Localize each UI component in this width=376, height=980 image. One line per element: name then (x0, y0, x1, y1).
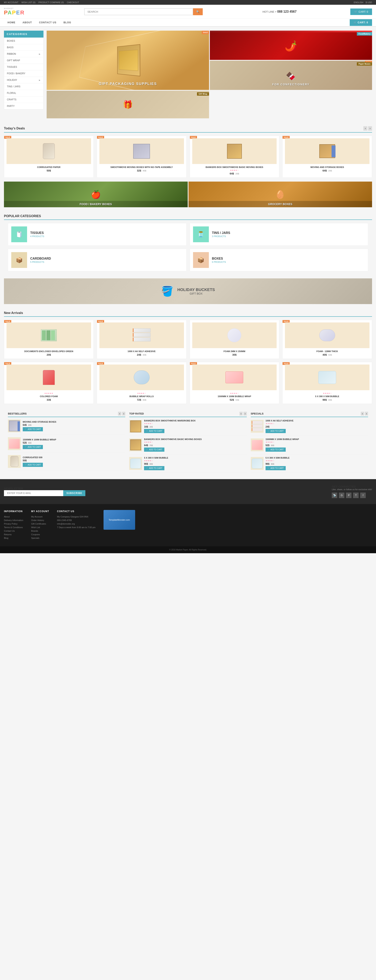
deals-next-button[interactable]: › (368, 126, 372, 130)
wish-list-link[interactable]: WISH LIST (0) (21, 1, 35, 3)
product-foam-2mm: FOAM 2MM X 250MM 30$ (190, 320, 279, 359)
product-price: 72$ 80$ (99, 398, 184, 401)
nav-blog[interactable]: BLOG (60, 19, 75, 26)
footer-giftcert-link[interactable]: Gift Certificates (31, 523, 49, 525)
search-input[interactable] (84, 8, 193, 15)
moving-box-image (133, 144, 150, 159)
footer-returns-link[interactable]: Returns (4, 533, 23, 536)
my-account-link[interactable]: MY ACCOUNT (4, 1, 18, 3)
subscribe-button[interactable]: SUBSCRIBE (63, 490, 85, 496)
add-to-cart-button[interactable]: ADD TO CART (266, 429, 286, 433)
a6-adhesive-image (252, 421, 263, 432)
popular-categories-header: POPULAR CATEGORIES (4, 215, 372, 220)
search-button[interactable] (193, 8, 203, 15)
sidebar-item-boxes[interactable]: BOXES (4, 38, 43, 44)
footer-delivery-link[interactable]: Delivery Information (4, 519, 23, 522)
boxes-info: BOXES 6 PRODUCTS (212, 257, 226, 263)
bestsellers-prev[interactable]: ‹ (118, 412, 121, 415)
language-selector[interactable]: ENGLISH (354, 1, 363, 3)
product-compare-link[interactable]: PRODUCT COMPARE (0) (38, 1, 64, 3)
add-to-cart-button[interactable]: ADD TO CART (144, 429, 164, 433)
footer-orderhistory-link[interactable]: Order History (31, 519, 49, 522)
sidebar: CATEGORIES BOXES BAGS RIBBON ▶ GIFT WRAP… (4, 31, 43, 118)
sidebar-item-crafts[interactable]: CRAFTS (4, 96, 43, 103)
promo-grocery-banner[interactable]: 🥚 GROCERY BOXES (188, 181, 372, 207)
add-to-cart-button[interactable]: ADD TO CART (23, 445, 43, 449)
add-to-cart-button[interactable]: ADD TO CART (144, 466, 164, 470)
cardboard-info: CARDBOARD 5 PRODUCTS (30, 257, 51, 263)
main-area: GIFT PACKAGING SUPPLIES SALE 🌶️ Food/Bak… (47, 31, 372, 118)
nav-home[interactable]: HOME (4, 19, 19, 26)
holiday-arrow: ▶ (39, 79, 40, 81)
footer-myaccount-link[interactable]: My Account (31, 515, 49, 518)
newsletter-right: GET CONNECTED Like, share, or follow us … (332, 485, 372, 498)
nav-cart[interactable]: 🛒 CART: 0 (350, 19, 372, 26)
facebook-icon[interactable]: f (360, 493, 366, 498)
tins-info: TINS / JARS 3 PRODUCTS (212, 231, 230, 237)
product-stars: ★★★★☆ (144, 422, 247, 425)
sidebar-item-food[interactable]: FOOD / BAKERY (4, 70, 43, 77)
mini-product-name: 5 X 300 X 50M BUBBLE (144, 457, 247, 459)
category-boxes[interactable]: 📦 BOXES 6 PRODUCTS (190, 249, 368, 271)
footer-account-title: MY ACCOUNT (31, 510, 49, 513)
footer-terms-link[interactable]: Terms & Conditions (4, 526, 23, 528)
footer-specials-link[interactable]: Specials (31, 537, 49, 539)
sidebar-item-floral[interactable]: FLORAL (4, 90, 43, 96)
footer-brands-link[interactable]: Brands (31, 530, 49, 532)
add-to-cart-button[interactable]: ADD TO CART (266, 466, 286, 470)
sidebar-item-tins[interactable]: TINS / JARS (4, 83, 43, 90)
footer-contact-link[interactable]: Contact Us (4, 530, 23, 532)
footer-contact-title: CONTACT US (57, 510, 96, 513)
logo[interactable]: MARKET PAPER (4, 8, 24, 16)
cart-button[interactable]: 🛒 CART: 0 (351, 8, 372, 15)
categories-grid: 🧻 TISSUES 4 PRODUCTS 🫙 TINS / JARS 3 PRO… (4, 223, 372, 271)
newsletter-email-input[interactable] (4, 490, 63, 496)
checkout-link[interactable]: CHECKOUT (67, 1, 79, 3)
sidebar-item-party[interactable]: PARTY (4, 103, 43, 110)
sidebar-item-ribbon[interactable]: RIBBON ▶ (4, 51, 43, 57)
wardrobe-box-image (130, 420, 141, 432)
holiday-banner[interactable]: 🪣 HOLIDAY BUCKETS GIFT BOX (4, 278, 372, 304)
promo-food-banner[interactable]: 🍎 FOOD / BAKERY BOXES (4, 181, 188, 207)
add-to-cart-button[interactable]: ADD TO CART (23, 463, 43, 467)
footer-privacy-link[interactable]: Privacy Policy (4, 523, 23, 525)
confectionery-text: FOR CONFECTIONERY (210, 83, 372, 86)
foam-thick-image (319, 329, 335, 341)
sidebar-item-bags[interactable]: BAGS (4, 44, 43, 51)
top-rated-prev[interactable]: ‹ (239, 412, 243, 415)
rss-icon[interactable]: 📡 (332, 493, 337, 498)
nav-about[interactable]: ABOUT (19, 19, 35, 26)
sidebar-item-tissues[interactable]: TISSUES (4, 64, 43, 70)
sidebar-item-giftwrap[interactable]: GIFT WRAP (4, 57, 43, 64)
add-to-cart-button[interactable]: ADD TO CART (266, 447, 286, 452)
sidebar-item-holiday[interactable]: HOLIDAY ▶ (4, 77, 43, 83)
top-rated-next[interactable]: › (244, 412, 247, 415)
bestsellers-next[interactable]: › (122, 412, 125, 415)
twitter-icon[interactable]: T (353, 493, 358, 498)
add-to-cart-button[interactable]: ADD TO CART (23, 427, 43, 431)
product-stars: ★★★★☆ (266, 441, 368, 443)
category-tins[interactable]: 🫙 TINS / JARS 3 PRODUCTS (190, 223, 368, 246)
old-price: 80$ (150, 463, 153, 465)
footer-wishlist-link[interactable]: Wish List (31, 526, 49, 528)
bankers-basic-image (130, 439, 141, 450)
product-stars: ★★★★☆ (144, 441, 247, 443)
pinterest-icon[interactable]: P (346, 493, 352, 498)
product-colored-foam: SALE ★★★★★ COLORED FOAM 33$ (4, 362, 94, 404)
deals-prev-button[interactable]: ‹ (363, 126, 367, 130)
nav-contact[interactable]: CONTACT US (35, 19, 60, 26)
add-to-cart-button[interactable]: ADD TO CART (144, 447, 164, 452)
product-a6-adhesive: SALE 1000 X A6 SELF ADHESIVE 24$ 30$ (97, 320, 186, 359)
5x-bubble-special-image (252, 458, 263, 468)
category-cardboard[interactable]: 📦 CARDBOARD 5 PRODUCTS (8, 249, 186, 271)
footer-blog-link[interactable]: Blog (4, 537, 23, 539)
roll-image (43, 143, 55, 159)
specials-next[interactable]: › (365, 412, 368, 415)
footer-coupons-link[interactable]: Coupons (31, 533, 49, 536)
newsletter-left: NEWSLETTER SUBSCRIBE (4, 487, 85, 496)
category-tissues[interactable]: 🧻 TISSUES 4 PRODUCTS (8, 223, 186, 246)
specials-prev[interactable]: ‹ (361, 412, 364, 415)
google-icon[interactable]: G (339, 493, 344, 498)
footer-about-link[interactable]: About (4, 515, 23, 518)
currency-selector[interactable]: $ USD (366, 1, 372, 3)
